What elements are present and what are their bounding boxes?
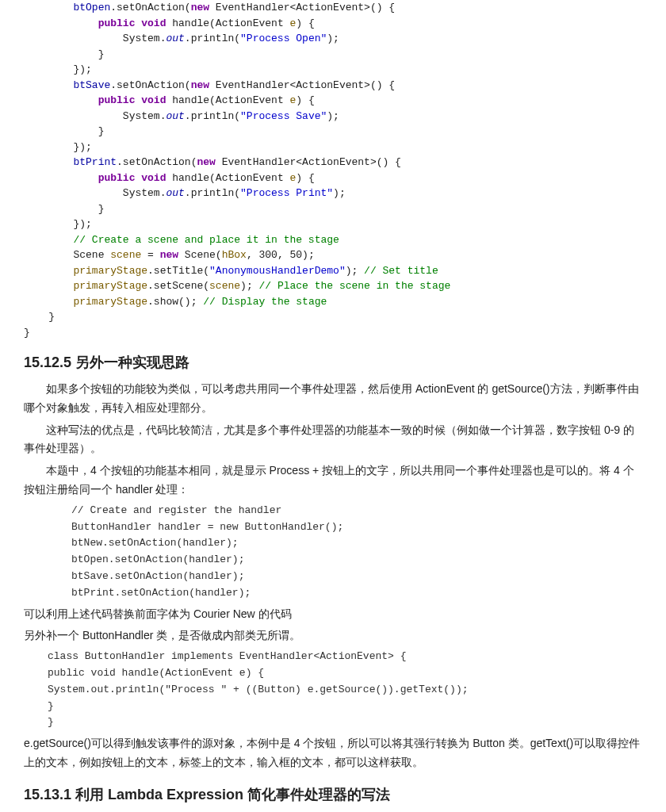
code-snippet-buttonhandler: class ButtonHandler implements EventHand… (48, 649, 642, 731)
para: 可以利用上述代码替换前面字体为 Courier New 的代码 (24, 605, 642, 624)
para: e.getSource()可以得到触发该事件的源对象，本例中是 4 个按钮，所以… (24, 734, 642, 772)
para: 本题中，4 个按钮的功能基本相同，就是显示 Process + 按钮上的文字，所… (24, 462, 642, 500)
para: 这种写法的优点是，代码比较简洁，尤其是多个事件处理器的功能基本一致的时候（例如做… (24, 421, 642, 459)
page: btOpen.setOnAction(new EventHandler<Acti… (0, 0, 666, 812)
code-snippet-handler-register: // Create and register the handler Butto… (71, 503, 642, 602)
para: 如果多个按钮的功能较为类似，可以考虑共用同一个事件处理器，然后使用 Action… (24, 380, 642, 418)
code-block-main: btOpen.setOnAction(new EventHandler<Acti… (24, 0, 642, 340)
section-heading-15-13-1: 15.13.1 利用 Lambda Expression 简化事件处理器的写法 (24, 785, 642, 804)
section-heading-15-12-5: 15.12.5 另外一种实现思路 (24, 353, 642, 372)
para: 另外补一个 ButtonHandler 类，是否做成内部类无所谓。 (24, 626, 642, 645)
